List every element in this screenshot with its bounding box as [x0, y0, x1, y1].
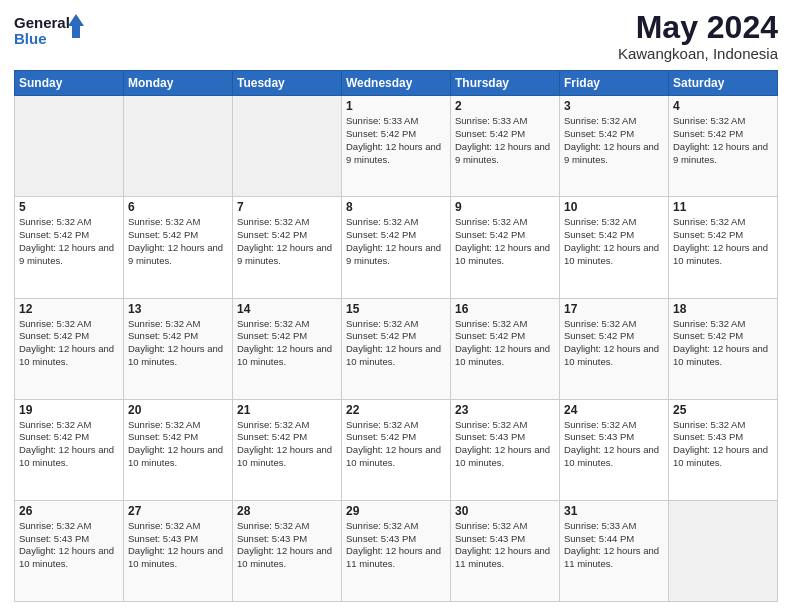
calendar-header-row: SundayMondayTuesdayWednesdayThursdayFrid… — [15, 71, 778, 96]
day-number: 12 — [19, 302, 119, 316]
day-info: Sunrise: 5:32 AM Sunset: 5:42 PM Dayligh… — [346, 216, 446, 267]
day-info: Sunrise: 5:32 AM Sunset: 5:43 PM Dayligh… — [673, 419, 773, 470]
week-row-1: 1Sunrise: 5:33 AM Sunset: 5:42 PM Daylig… — [15, 96, 778, 197]
day-number: 31 — [564, 504, 664, 518]
day-number: 14 — [237, 302, 337, 316]
day-info: Sunrise: 5:32 AM Sunset: 5:42 PM Dayligh… — [237, 318, 337, 369]
day-cell — [669, 500, 778, 601]
day-cell: 16Sunrise: 5:32 AM Sunset: 5:42 PM Dayli… — [451, 298, 560, 399]
logo: General Blue — [14, 10, 84, 54]
day-number: 13 — [128, 302, 228, 316]
day-cell: 2Sunrise: 5:33 AM Sunset: 5:42 PM Daylig… — [451, 96, 560, 197]
page: General Blue May 2024 Kawangkoan, Indone… — [0, 0, 792, 612]
day-cell: 8Sunrise: 5:32 AM Sunset: 5:42 PM Daylig… — [342, 197, 451, 298]
day-number: 23 — [455, 403, 555, 417]
day-cell: 21Sunrise: 5:32 AM Sunset: 5:42 PM Dayli… — [233, 399, 342, 500]
day-number: 29 — [346, 504, 446, 518]
day-number: 18 — [673, 302, 773, 316]
day-cell: 18Sunrise: 5:32 AM Sunset: 5:42 PM Dayli… — [669, 298, 778, 399]
day-info: Sunrise: 5:33 AM Sunset: 5:42 PM Dayligh… — [346, 115, 446, 166]
svg-text:General: General — [14, 14, 70, 31]
day-info: Sunrise: 5:32 AM Sunset: 5:42 PM Dayligh… — [128, 216, 228, 267]
day-number: 22 — [346, 403, 446, 417]
day-number: 15 — [346, 302, 446, 316]
day-cell: 13Sunrise: 5:32 AM Sunset: 5:42 PM Dayli… — [124, 298, 233, 399]
day-number: 24 — [564, 403, 664, 417]
day-cell: 30Sunrise: 5:32 AM Sunset: 5:43 PM Dayli… — [451, 500, 560, 601]
day-info: Sunrise: 5:32 AM Sunset: 5:42 PM Dayligh… — [673, 115, 773, 166]
svg-marker-2 — [68, 14, 84, 38]
day-cell: 11Sunrise: 5:32 AM Sunset: 5:42 PM Dayli… — [669, 197, 778, 298]
day-info: Sunrise: 5:32 AM Sunset: 5:42 PM Dayligh… — [673, 216, 773, 267]
title-block: May 2024 Kawangkoan, Indonesia — [618, 10, 778, 62]
day-number: 7 — [237, 200, 337, 214]
day-number: 9 — [455, 200, 555, 214]
day-number: 3 — [564, 99, 664, 113]
day-info: Sunrise: 5:32 AM Sunset: 5:42 PM Dayligh… — [564, 318, 664, 369]
day-number: 16 — [455, 302, 555, 316]
day-info: Sunrise: 5:32 AM Sunset: 5:42 PM Dayligh… — [237, 419, 337, 470]
day-info: Sunrise: 5:32 AM Sunset: 5:42 PM Dayligh… — [346, 419, 446, 470]
day-info: Sunrise: 5:32 AM Sunset: 5:43 PM Dayligh… — [455, 419, 555, 470]
day-number: 4 — [673, 99, 773, 113]
day-cell: 15Sunrise: 5:32 AM Sunset: 5:42 PM Dayli… — [342, 298, 451, 399]
day-info: Sunrise: 5:32 AM Sunset: 5:42 PM Dayligh… — [19, 419, 119, 470]
day-number: 21 — [237, 403, 337, 417]
day-number: 30 — [455, 504, 555, 518]
day-cell: 10Sunrise: 5:32 AM Sunset: 5:42 PM Dayli… — [560, 197, 669, 298]
day-number: 26 — [19, 504, 119, 518]
col-header-sunday: Sunday — [15, 71, 124, 96]
calendar-table: SundayMondayTuesdayWednesdayThursdayFrid… — [14, 70, 778, 602]
day-info: Sunrise: 5:32 AM Sunset: 5:43 PM Dayligh… — [237, 520, 337, 571]
day-cell: 6Sunrise: 5:32 AM Sunset: 5:42 PM Daylig… — [124, 197, 233, 298]
month-title: May 2024 — [618, 10, 778, 45]
day-number: 10 — [564, 200, 664, 214]
day-cell: 17Sunrise: 5:32 AM Sunset: 5:42 PM Dayli… — [560, 298, 669, 399]
day-info: Sunrise: 5:32 AM Sunset: 5:42 PM Dayligh… — [455, 216, 555, 267]
day-info: Sunrise: 5:32 AM Sunset: 5:42 PM Dayligh… — [673, 318, 773, 369]
col-header-friday: Friday — [560, 71, 669, 96]
day-info: Sunrise: 5:32 AM Sunset: 5:43 PM Dayligh… — [564, 419, 664, 470]
day-info: Sunrise: 5:33 AM Sunset: 5:44 PM Dayligh… — [564, 520, 664, 571]
day-cell: 1Sunrise: 5:33 AM Sunset: 5:42 PM Daylig… — [342, 96, 451, 197]
day-cell — [233, 96, 342, 197]
day-cell: 22Sunrise: 5:32 AM Sunset: 5:42 PM Dayli… — [342, 399, 451, 500]
day-info: Sunrise: 5:32 AM Sunset: 5:42 PM Dayligh… — [564, 115, 664, 166]
day-info: Sunrise: 5:32 AM Sunset: 5:43 PM Dayligh… — [455, 520, 555, 571]
day-info: Sunrise: 5:32 AM Sunset: 5:42 PM Dayligh… — [128, 318, 228, 369]
day-cell: 20Sunrise: 5:32 AM Sunset: 5:42 PM Dayli… — [124, 399, 233, 500]
week-row-2: 5Sunrise: 5:32 AM Sunset: 5:42 PM Daylig… — [15, 197, 778, 298]
day-number: 17 — [564, 302, 664, 316]
day-cell: 7Sunrise: 5:32 AM Sunset: 5:42 PM Daylig… — [233, 197, 342, 298]
day-number: 1 — [346, 99, 446, 113]
day-info: Sunrise: 5:32 AM Sunset: 5:42 PM Dayligh… — [237, 216, 337, 267]
day-info: Sunrise: 5:32 AM Sunset: 5:43 PM Dayligh… — [19, 520, 119, 571]
header: General Blue May 2024 Kawangkoan, Indone… — [14, 10, 778, 62]
day-cell — [124, 96, 233, 197]
day-info: Sunrise: 5:32 AM Sunset: 5:42 PM Dayligh… — [128, 419, 228, 470]
day-cell: 24Sunrise: 5:32 AM Sunset: 5:43 PM Dayli… — [560, 399, 669, 500]
day-info: Sunrise: 5:33 AM Sunset: 5:42 PM Dayligh… — [455, 115, 555, 166]
day-number: 6 — [128, 200, 228, 214]
svg-text:Blue: Blue — [14, 30, 47, 47]
day-cell: 23Sunrise: 5:32 AM Sunset: 5:43 PM Dayli… — [451, 399, 560, 500]
day-number: 27 — [128, 504, 228, 518]
day-cell: 12Sunrise: 5:32 AM Sunset: 5:42 PM Dayli… — [15, 298, 124, 399]
day-info: Sunrise: 5:32 AM Sunset: 5:42 PM Dayligh… — [19, 318, 119, 369]
day-cell: 4Sunrise: 5:32 AM Sunset: 5:42 PM Daylig… — [669, 96, 778, 197]
col-header-monday: Monday — [124, 71, 233, 96]
col-header-tuesday: Tuesday — [233, 71, 342, 96]
week-row-3: 12Sunrise: 5:32 AM Sunset: 5:42 PM Dayli… — [15, 298, 778, 399]
col-header-wednesday: Wednesday — [342, 71, 451, 96]
day-info: Sunrise: 5:32 AM Sunset: 5:42 PM Dayligh… — [346, 318, 446, 369]
day-cell: 31Sunrise: 5:33 AM Sunset: 5:44 PM Dayli… — [560, 500, 669, 601]
day-cell: 27Sunrise: 5:32 AM Sunset: 5:43 PM Dayli… — [124, 500, 233, 601]
day-number: 2 — [455, 99, 555, 113]
day-cell: 19Sunrise: 5:32 AM Sunset: 5:42 PM Dayli… — [15, 399, 124, 500]
day-number: 20 — [128, 403, 228, 417]
day-number: 28 — [237, 504, 337, 518]
day-info: Sunrise: 5:32 AM Sunset: 5:43 PM Dayligh… — [346, 520, 446, 571]
day-info: Sunrise: 5:32 AM Sunset: 5:42 PM Dayligh… — [455, 318, 555, 369]
day-cell: 29Sunrise: 5:32 AM Sunset: 5:43 PM Dayli… — [342, 500, 451, 601]
location: Kawangkoan, Indonesia — [618, 45, 778, 62]
